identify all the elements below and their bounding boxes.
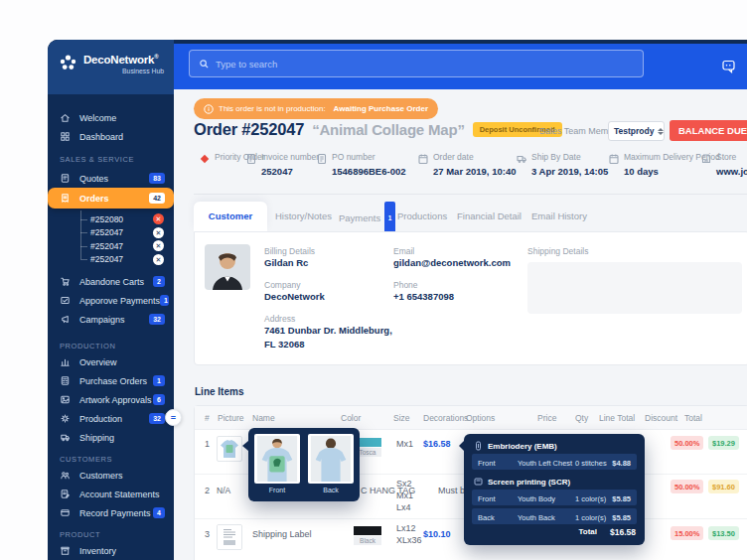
sidebar-item-production[interactable]: Production 32 [48,409,174,428]
row-num: 3 [205,529,210,539]
sidebar-item-welcome[interactable]: Welcome [48,108,174,127]
sidebar-item-approve-payments[interactable]: Apporove Payments 1 [48,291,174,310]
tab-payments[interactable]: Payments1 [339,202,395,231]
close-order-icon[interactable]: ✕ [153,213,164,224]
balance-due-button[interactable]: BALANCE DUE: $1,676.6 [670,120,747,141]
credit-card-icon [60,507,71,518]
decorations-price-link[interactable]: $16.58 [423,439,451,449]
document-icon [245,153,257,165]
sidebar-item-abandoned-carts[interactable]: Abandone Carts 2 [48,272,174,291]
name-cell: Shipping Label [252,529,312,539]
line-items-title: Line Items [195,386,243,397]
size-cell: XLx36 [396,535,422,545]
people-icon [60,470,71,481]
sidebar-order-252080[interactable]: #252080 ✕ [48,212,174,226]
sidebar-order-252047-c[interactable]: #252047 ✕ [48,253,174,267]
email-label: Email [393,246,414,256]
tab-email-history[interactable]: Email History [531,202,587,231]
tab-history-notes[interactable]: History/Notes [275,202,332,231]
popup-total-label: Total [578,527,597,536]
home-icon [60,112,71,123]
section-customers: CUSTOMERS [48,452,174,466]
artwork-approvals-count-badge: 6 [153,394,165,405]
decorations-popup: Embriodery (EMB) Front Youth Left Chest … [464,434,645,545]
close-order-icon[interactable]: ✕ [153,254,164,265]
address-line2: FL 32068 [264,339,305,350]
order-subtitle: “Animal Collage Map” [312,121,465,138]
sidebar-item-quotes[interactable]: Quotes 83 [48,169,174,188]
total-badge: $19.29 [708,436,739,450]
sidebar-collapse-handle[interactable]: = [165,409,182,426]
sidebar-nav: Welcome Dashboard SALES & SERVICE Quotes… [48,94,174,560]
meta-ship-by-date: Ship By Date3 Apr 2019, 14:05 [516,152,608,177]
decoration-row: Front Youth Body 1 color(s) $5.85 [472,490,637,505]
address-line1: 7461 Dunbar Dr. Middleburg, [264,325,392,336]
megaphone-icon [60,314,71,325]
sidebar-item-overview[interactable]: Overview [48,352,174,371]
sidebar-item-campaigns[interactable]: Campaigns 32 [48,310,174,329]
total-badge: $91.60 [708,480,739,493]
shipping-label-thumbnail[interactable] [217,524,242,550]
screen-print-icon [474,477,483,487]
sidebar-item-inventory[interactable]: Inventory [48,541,174,560]
company-label: Company [264,280,300,290]
topbar [174,44,747,89]
embroidery-section-header: Embriodery (EMB) [474,441,557,451]
quotes-icon [60,173,71,184]
decoration-row: Back Youth Back 1 color(s) $5.85 [472,508,637,524]
sidebar-item-shipping[interactable]: Shipping [48,428,174,447]
col-picture: Picture [218,413,243,423]
sidebar-item-record-payments[interactable]: Record Payments 4 [48,503,174,522]
phone-value: +1 654387098 [393,291,454,302]
sidebar-order-252047-a[interactable]: #252047 ✕ [48,226,174,240]
avatar [205,244,250,290]
sidebar: DecoNetwork® Business Hub Welcome Dashbo… [48,40,174,560]
sidebar-order-252047-b[interactable]: #252047 ✕ [48,239,174,253]
product-thumbnail[interactable] [217,436,242,462]
billing-label: Billing Details [264,246,315,256]
discount-badge: 50.00% [671,480,703,493]
back-view-image [308,434,354,484]
orders-sub-list: #252080 ✕ #252047 ✕ #252047 ✕ #252047 ✕ [48,212,174,266]
document-icon [316,153,328,165]
brand-name: DecoNetwork® [83,54,164,66]
section-sales-service: SALES & SERVICE [48,152,174,166]
col-discount: Discount [645,413,677,423]
sidebar-item-purchase-orders[interactable]: Purchase Orders 1 [48,371,174,390]
tab-customer-details[interactable]: Customer Details [194,202,267,231]
col-decorations: Decorations [423,413,468,423]
purchase-orders-count-badge: 1 [153,375,165,386]
col-options: Options [466,413,495,423]
production-count-badge: 32 [149,413,165,424]
close-order-icon[interactable]: ✕ [153,240,164,251]
approve-payments-count-badge: 1 [160,295,169,306]
box-icon [60,545,71,556]
tab-financial-detail[interactable]: Financial Detail [457,202,522,231]
col-color: Color [341,413,361,423]
search-box[interactable] [189,50,644,77]
dashboard-icon [60,131,71,142]
sidebar-item-account-statements[interactable]: Account Statements [48,485,174,503]
close-order-icon[interactable]: ✕ [153,227,164,238]
size-cell: Lx4 [396,502,411,512]
brand-header: DecoNetwork® Business Hub [48,40,174,94]
sidebar-item-orders[interactable]: Orders 42 [48,188,174,209]
size-cell: Lx12 [396,523,416,533]
search-input[interactable] [216,59,634,70]
meta-order-date: Order date27 Mar 2019, 10:40 [417,152,516,177]
sales-team-select[interactable]: Testprody [608,121,665,141]
decorations-price-link[interactable]: $10.10 [423,529,451,539]
sidebar-item-artwork-approvals[interactable]: Artwork Approvals 6 [48,390,174,409]
total-badge: $13.50 [708,526,739,540]
sidebar-item-dashboard[interactable]: Dashboard [48,127,174,146]
quotes-count-badge: 83 [149,173,165,184]
tab-productions[interactable]: Productions [397,202,447,231]
screen: DecoNetwork® Business Hub Welcome Dashbo… [0,0,747,560]
messages-icon[interactable] [721,59,737,74]
header-divider [194,194,747,195]
store-icon [700,153,712,165]
sidebar-item-customers[interactable]: Customers [48,466,174,485]
address-label: Address [264,314,295,324]
col-num: # [205,413,210,423]
billing-name: Gildan Rc [264,257,308,268]
